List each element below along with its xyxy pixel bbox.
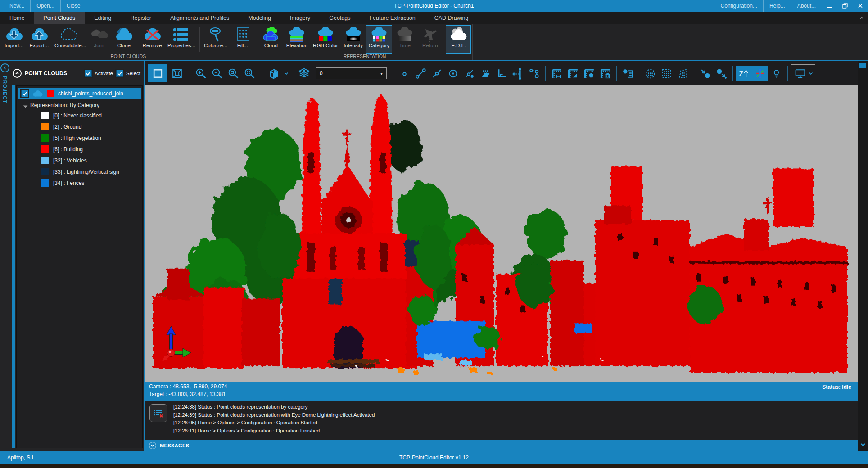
close-button[interactable]: [853, 0, 868, 12]
tree-item-representation[interactable]: Representation: By Category: [17, 99, 142, 110]
tool-select-grid-button[interactable]: [659, 66, 674, 81]
tab-imagery[interactable]: Imagery: [280, 12, 320, 24]
tool-draw-link-button[interactable]: [526, 66, 542, 81]
tool-z-up-button[interactable]: Z: [736, 66, 752, 81]
legend-item[interactable]: [2] : Ground: [17, 121, 142, 132]
messages-bar[interactable]: MESSAGES: [145, 440, 858, 451]
tool-measure-distance-button[interactable]: [549, 66, 565, 81]
activate-checkbox[interactable]: [85, 70, 92, 77]
tool-select-polygon-button[interactable]: [675, 66, 691, 81]
tool-draw-slope-button[interactable]: [478, 66, 493, 81]
tool-display-mode-dropdown[interactable]: [808, 66, 814, 81]
ribbon-button-clone[interactable]: Clone: [111, 25, 136, 54]
layer-combo[interactable]: 0▾: [316, 68, 387, 79]
ribbon-button-join[interactable]: Join: [86, 25, 111, 54]
select-checkbox[interactable]: [116, 70, 123, 77]
tool-draw-section-button[interactable]: [510, 66, 526, 81]
tool-layers-button[interactable]: [296, 66, 312, 81]
tool-measure-clear-button[interactable]: [597, 66, 613, 81]
tool-zoom-out-button[interactable]: [209, 66, 225, 81]
collapse-panel-button[interactable]: [0, 63, 9, 72]
right-scrollbar[interactable]: [858, 61, 868, 451]
legend-item[interactable]: [0] : Never classified: [17, 110, 142, 121]
panel-splitter[interactable]: [12, 86, 15, 448]
tab-cad-drawing[interactable]: CAD Drawing: [425, 12, 478, 24]
scroll-down-icon[interactable]: [860, 441, 866, 450]
ribbon-button-export[interactable]: Export...: [27, 25, 52, 54]
tool-select-circle-button[interactable]: [642, 66, 658, 81]
messages-bar-label: MESSAGES: [160, 443, 190, 448]
tool-view-single-button[interactable]: [148, 64, 167, 82]
tab-editing[interactable]: Editing: [85, 12, 121, 24]
menu-close[interactable]: Close: [61, 0, 87, 12]
tool-draw-line-dot-button[interactable]: [461, 66, 477, 81]
legend-item[interactable]: [33] : Lightning/Vertical sign: [17, 166, 142, 177]
ribbon-button-colorize[interactable]: Colorize...: [201, 25, 230, 54]
ribbon-button-edl[interactable]: E.D.L.: [446, 25, 471, 54]
ribbon-button-fill[interactable]: Fill...: [230, 25, 255, 54]
ribbon-button-import[interactable]: Import...: [1, 25, 27, 54]
tool-point-size-up-button[interactable]: [697, 66, 713, 81]
clear-messages-button[interactable]: [149, 404, 167, 422]
menu-open[interactable]: Open...: [31, 0, 60, 12]
tool-zoom-in-button[interactable]: [193, 66, 209, 81]
menu-about[interactable]: About...: [791, 0, 822, 12]
tab-alignments-and-profiles[interactable]: Alignments and Profiles: [161, 12, 239, 24]
menu-new[interactable]: New...: [4, 0, 31, 12]
legend-item[interactable]: [34] : Fences: [17, 177, 142, 189]
tab-register[interactable]: Register: [121, 12, 161, 24]
tool-zoom-window-button[interactable]: [226, 66, 241, 81]
panel-collapse-button[interactable]: [13, 69, 22, 78]
tab-feature-extraction[interactable]: Feature Extraction: [360, 12, 425, 24]
tool-display-mode-button[interactable]: [792, 66, 808, 81]
tool-measure-polygon-button[interactable]: [581, 66, 597, 81]
scrollbar-thumb[interactable]: [859, 63, 866, 68]
project-rail-tab[interactable]: PROJECT: [2, 76, 8, 104]
tool-measure-area-button[interactable]: [565, 66, 581, 81]
ribbon-button-intensity[interactable]: Intensity: [341, 25, 366, 54]
messages-collapse-icon[interactable]: [149, 442, 156, 449]
viewport-3d[interactable]: [145, 86, 858, 382]
tab-modeling[interactable]: Modeling: [239, 12, 280, 24]
legend-item[interactable]: [32] : Vehicles: [17, 155, 142, 166]
restore-button[interactable]: [837, 0, 853, 12]
tool-draw-segment-button[interactable]: [413, 66, 429, 81]
tool-draw-angle-button[interactable]: [494, 66, 510, 81]
menu-configuration[interactable]: Configuration...: [715, 0, 764, 12]
tool-draw-circle-button[interactable]: [445, 66, 461, 81]
chevron-up-icon: [859, 15, 865, 21]
tool-draw-point-button[interactable]: [397, 66, 412, 81]
rep-elevation-icon: [287, 27, 307, 43]
point-cloud-checkbox[interactable]: [21, 90, 28, 97]
expander-icon[interactable]: [23, 103, 28, 108]
tool-point-size-down-button[interactable]: [714, 66, 729, 81]
tool-view-face-button[interactable]: [264, 64, 283, 82]
tool-axes-button[interactable]: [752, 66, 768, 81]
ribbon-button-elevation[interactable]: Elevation: [284, 25, 310, 54]
legend-item[interactable]: [5] : High vegetation: [17, 132, 142, 144]
ribbon-button-consolidate[interactable]: Consolidate...: [52, 25, 86, 54]
tab-home[interactable]: Home: [0, 12, 34, 24]
ribbon-collapse-button[interactable]: [859, 15, 865, 21]
tool-point-info-button[interactable]: [620, 66, 636, 81]
tool-zoom-extents-button[interactable]: [242, 66, 258, 81]
ribbon-button-time[interactable]: Time: [392, 25, 417, 54]
tool-edl-light-button[interactable]: [769, 66, 784, 81]
tab-point-clouds[interactable]: Point Clouds: [34, 12, 85, 24]
cloud-join-icon: [89, 27, 108, 43]
tree-item-point-cloud[interactable]: shishi_points_reduced_join: [18, 88, 141, 99]
legend-item[interactable]: [6] : Building: [17, 144, 142, 155]
menu-help[interactable]: Help...: [764, 0, 791, 12]
tab-geotags[interactable]: Geotags: [320, 12, 360, 24]
measure-clear-icon: [599, 68, 611, 80]
tool-view-face-dropdown[interactable]: [284, 66, 289, 81]
ribbon-button-rgb-color[interactable]: RGB Color: [310, 25, 341, 54]
ribbon-button-properties[interactable]: Properties...: [165, 25, 198, 54]
ribbon-button-remove[interactable]: Remove: [140, 25, 165, 54]
ribbon-button-category[interactable]: Category: [366, 25, 393, 54]
ribbon-button-return[interactable]: Return: [417, 25, 443, 54]
minimize-button[interactable]: [822, 0, 837, 12]
tool-view-quad-button[interactable]: [167, 64, 186, 82]
tool-draw-line-point-button[interactable]: [429, 66, 445, 81]
ribbon-button-cloud[interactable]: Cloud: [258, 25, 284, 54]
